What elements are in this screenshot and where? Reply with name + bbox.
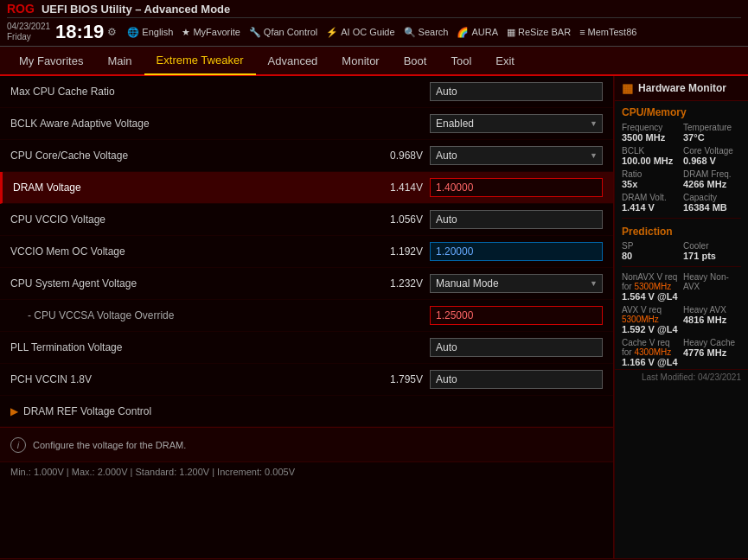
hardware-monitor-header: ▦ Hardware Monitor: [615, 76, 748, 101]
capacity-label: Capacity: [683, 193, 741, 202]
nav-tool[interactable]: Tool: [438, 48, 483, 74]
hw-bclk-voltage-row: BCLK 100.00 MHz Core Voltage 0.968 V: [615, 144, 748, 168]
pch-vccin-input[interactable]: [430, 370, 603, 389]
setting-left-value: 0.968V: [375, 150, 423, 162]
ratio-value: 35x: [622, 179, 680, 189]
toolbar-english[interactable]: 🌐 English: [127, 27, 173, 38]
select-wrapper: Auto Manual Mode: [430, 146, 603, 165]
nav-exit[interactable]: Exit: [483, 48, 527, 74]
hardware-monitor-title: Hardware Monitor: [638, 82, 726, 94]
setting-dram-voltage: DRAM Voltage 1.414V: [0, 172, 613, 204]
bios-header: ROG UEFI BIOS Utility – Advanced Mode 04…: [0, 0, 748, 47]
hw-divider-2: [622, 266, 741, 267]
setting-label: PLL Termination Voltage: [10, 341, 375, 353]
setting-left-value: 1.795V: [375, 373, 423, 385]
hw-cache-row: Cache V req for 4300MHz 1.166 V @L4 Heav…: [615, 336, 748, 369]
setting-cpu-vccsa-override: - CPU VCCSA Voltage Override: [0, 300, 613, 332]
ratio-label: Ratio: [622, 169, 680, 179]
cpu-vccio-input[interactable]: [430, 210, 603, 229]
setting-control: [430, 82, 603, 101]
rog-logo: ROG: [7, 2, 35, 16]
toolbar-search[interactable]: 🔍 Search: [404, 27, 449, 38]
setting-cpu-system-agent: CPU System Agent Voltage 1.232V Manual M…: [0, 268, 613, 300]
select-wrapper: Enabled Disabled: [430, 114, 603, 133]
toolbar: 🌐 English ★ MyFavorite 🔧 Qfan Control ⚡ …: [127, 27, 636, 38]
toolbar-memtest[interactable]: ≡ MemTest86: [579, 27, 636, 37]
setting-control: Enabled Disabled: [430, 114, 603, 133]
non-avx-freq: 5300MHz: [634, 282, 671, 291]
sp-value: 80: [622, 251, 680, 261]
toolbar-myfavorite[interactable]: ★ MyFavorite: [182, 27, 240, 38]
cache-value: 1.166 V @L4: [622, 357, 680, 367]
settings-icon[interactable]: ⚙: [107, 26, 117, 38]
setting-left-value: 1.056V: [375, 213, 423, 226]
nav-extreme-tweaker[interactable]: Extreme Tweaker: [144, 47, 256, 75]
pll-termination-input[interactable]: [430, 338, 603, 357]
nav-my-favorites[interactable]: My Favorites: [7, 48, 95, 74]
setting-control: Manual Mode Auto: [430, 274, 603, 293]
cpu-system-agent-select[interactable]: Manual Mode Auto: [430, 274, 603, 293]
toolbar-aioc[interactable]: ⚡ AI OC Guide: [326, 27, 394, 38]
setting-label: - CPU VCCSA Voltage Override: [10, 309, 375, 321]
cooler-label: Cooler: [683, 241, 741, 251]
nav-main[interactable]: Main: [95, 48, 144, 74]
freq-label: Frequency: [622, 123, 680, 132]
heavy-avx-freq: 4816 MHz: [683, 315, 741, 325]
setting-bclk-aware: BCLK Aware Adaptive Voltage Enabled Disa…: [0, 108, 613, 140]
capacity-value: 16384 MB: [683, 202, 741, 213]
setting-label: Max CPU Cache Ratio: [10, 86, 375, 98]
header-time-row: 04/23/2021 Friday 18:19 ⚙ 🌐 English ★ My…: [7, 18, 741, 46]
temp-value: 37°C: [683, 132, 741, 143]
hw-avx-row: AVX V req 5300MHz 1.592 V @L4 Heavy AVX …: [615, 303, 748, 336]
prediction-title: Prediction: [615, 222, 748, 239]
hw-freq-temp-row: Frequency 3500 MHz Temperature 37°C: [615, 121, 748, 144]
dram-volt-label: DRAM Volt.: [622, 193, 680, 202]
setting-control: [430, 210, 603, 229]
max-cpu-cache-ratio-input[interactable]: [430, 82, 603, 101]
setting-control: [430, 178, 603, 197]
hw-nonavx-row: NonAVX V req for 5300MHz 1.564 V @L4 Hea…: [615, 270, 748, 303]
nav-bar: My Favorites Main Extreme Tweaker Advanc…: [0, 47, 748, 76]
setting-max-cpu-cache-ratio: Max CPU Cache Ratio: [0, 76, 613, 108]
header-top-row: ROG UEFI BIOS Utility – Advanced Mode: [7, 0, 741, 18]
nav-advanced[interactable]: Advanced: [256, 48, 330, 74]
hw-sp-cooler-row: SP 80 Cooler 171 pts: [615, 239, 748, 263]
info-bar: i Configure the voltage for the DRAM.: [0, 427, 613, 461]
heavy-non-avx-label: Heavy Non-AVX: [683, 272, 741, 291]
setting-label: CPU Core/Cache Voltage: [10, 150, 375, 162]
status-text: Last Modified: 04/23/2021: [642, 372, 741, 382]
cpu-vccsa-override-input[interactable]: [430, 306, 603, 325]
vccio-mem-oc-input[interactable]: [430, 242, 603, 261]
hw-ratio-dram-row: Ratio 35x DRAM Freq. 4266 MHz: [615, 168, 748, 191]
toolbar-aura[interactable]: 🌈 AURA: [457, 27, 498, 38]
setting-label: DRAM REF Voltage Control: [23, 405, 603, 417]
toolbar-resizebar[interactable]: ▦ ReSize BAR: [507, 27, 571, 38]
cpu-core-cache-voltage-select[interactable]: Auto Manual Mode: [430, 146, 603, 165]
bios-title: UEFI BIOS Utility – Advanced Mode: [42, 3, 230, 16]
nav-monitor[interactable]: Monitor: [329, 48, 391, 74]
setting-label: BCLK Aware Adaptive Voltage: [10, 118, 375, 130]
cpu-memory-section-title: CPU/Memory: [615, 101, 748, 121]
avx-label: AVX V req: [622, 305, 680, 315]
values-text: Min.: 1.000V | Max.: 2.000V | Standard: …: [10, 467, 295, 477]
avx-sub: 5300MHz: [622, 315, 680, 324]
setting-label: CPU System Agent Voltage: [10, 277, 375, 290]
date-display: 04/23/2021 Friday: [7, 22, 50, 42]
setting-control: Auto Manual Mode: [430, 146, 603, 165]
setting-vccio-mem-oc: VCCIO Mem OC Voltage 1.192V: [0, 236, 613, 268]
setting-label: VCCIO Mem OC Voltage: [10, 245, 375, 258]
setting-dram-ref-voltage[interactable]: ▶ DRAM REF Voltage Control: [0, 396, 613, 427]
dram-voltage-input[interactable]: [430, 178, 603, 197]
setting-cpu-core-cache-voltage: CPU Core/Cache Voltage 0.968V Auto Manua…: [0, 140, 613, 172]
toolbar-qfan[interactable]: 🔧 Qfan Control: [249, 27, 317, 38]
cache-label: Cache V req: [622, 338, 680, 347]
bclk-label: BCLK: [622, 146, 680, 156]
bclk-aware-select[interactable]: Enabled Disabled: [430, 114, 603, 133]
setting-label: DRAM Voltage: [13, 181, 375, 194]
nav-boot[interactable]: Boot: [392, 48, 439, 74]
select-wrapper: Manual Mode Auto: [430, 274, 603, 293]
cache-sub: for 4300MHz: [622, 347, 680, 357]
setting-left-value: 1.192V: [375, 245, 423, 258]
core-voltage-value: 0.968 V: [683, 156, 741, 166]
avx-value: 1.592 V @L4: [622, 324, 680, 334]
